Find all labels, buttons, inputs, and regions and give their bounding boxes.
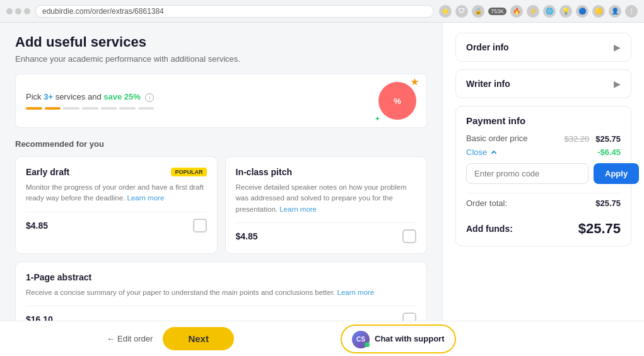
next-button[interactable]: Next (163, 327, 234, 350)
progress-segment-3 (63, 107, 79, 110)
right-panel: Order info ▶ Writer info ▶ Payment info … (442, 23, 644, 321)
edit-order-label: Edit order (117, 334, 153, 343)
card-title-early-draft: Early draft (26, 167, 69, 177)
pick-middle: services and (56, 92, 102, 101)
progress-segment-2 (45, 107, 61, 110)
order-info-arrow: ▶ (614, 42, 621, 52)
discount-badge: % (378, 82, 416, 120)
cards-grid: Early draft Popular Monitor the progress… (15, 156, 427, 254)
browser-icon-2: 🛡 (455, 5, 468, 18)
order-total-value: $25.75 (595, 198, 621, 208)
browser-menu: ⋮ (625, 5, 638, 18)
card-title-abstract: 1-Page abstract (26, 272, 91, 282)
card-price-in-class-pitch: $4.85 (236, 231, 258, 241)
divider (466, 193, 621, 193)
card-header-early-draft: Early draft Popular (26, 167, 207, 177)
page-title: Add useful services (15, 34, 427, 50)
section-title: Recommended for you (15, 139, 427, 149)
payment-info-title: Payment info (466, 115, 621, 126)
basic-order-prices: $32.20 $25.75 (565, 134, 621, 144)
progress-segment-5 (101, 107, 117, 110)
close-row: Close -$6.45 (466, 147, 621, 157)
discount-badge-text: % (394, 96, 401, 106)
order-total-row: Order total: $25.75 (466, 198, 621, 208)
chat-support-button[interactable]: CS Chat with support (341, 324, 456, 353)
pick-save: save 25% (103, 92, 141, 101)
order-info-section[interactable]: Order info ▶ (455, 33, 631, 62)
browser-icon-1: ⭐ (439, 5, 452, 18)
learn-more-early-draft[interactable]: Learn more (127, 194, 164, 202)
left-panel: Add useful services Enhance your academi… (0, 23, 442, 321)
card-title-in-class-pitch: In-class pitch (236, 167, 292, 177)
badge-753k: 753K (488, 8, 506, 15)
payment-section: Payment info Basic order price $32.20 $2… (455, 106, 631, 246)
progress-segment-6 (119, 107, 136, 110)
card-price-abstract: $16.10 (26, 314, 53, 321)
url-bar[interactable]: edubirdie.com/order/extras/6861384 (35, 5, 434, 18)
writer-info-section[interactable]: Writer info ▶ (455, 69, 631, 98)
card-checkbox-abstract[interactable] (402, 313, 416, 321)
browser-toolbar-icons: ⭐ 🛡 🔒 753K 🔥 ⚡ 🌐 💡 🔵 🟡 👤 ⋮ (439, 5, 638, 18)
card-header-abstract: 1-Page abstract (26, 272, 416, 282)
card-header-in-class-pitch: In-class pitch (236, 167, 417, 177)
card-footer-early-draft: $4.85 (26, 212, 207, 233)
apply-button[interactable]: Apply (594, 163, 639, 184)
order-info-label: Order info (466, 42, 509, 52)
card-desc-text: Monitor the progress of your order and h… (26, 183, 204, 202)
service-card-in-class-pitch: In-class pitch Receive detailed speaker … (225, 156, 428, 254)
learn-more-in-class-pitch[interactable]: Learn more (279, 205, 317, 213)
close-discount: -$6.45 (597, 147, 621, 157)
basic-order-original: $32.20 (565, 134, 590, 144)
browser-icon-8: 🔵 (576, 5, 588, 18)
browser-icon-5: ⚡ (527, 5, 539, 18)
url-text: edubirdie.com/order/extras/6861384 (42, 7, 164, 16)
progress-segment-4 (82, 107, 98, 110)
left-arrow-icon: ← (107, 334, 115, 343)
progress-segment-1 (26, 107, 42, 110)
bottom-bar: ← Edit order Next CS Chat with support (0, 321, 644, 356)
pick-services-bar: Pick 3+ services and save 25% i % (15, 74, 427, 128)
browser-bar: edubirdie.com/order/extras/6861384 ⭐ 🛡 🔒… (0, 0, 644, 23)
learn-more-abstract[interactable]: Learn more (337, 289, 375, 296)
pick-services-text: Pick 3+ services and save 25% i (26, 92, 154, 102)
promo-code-input[interactable] (466, 163, 588, 184)
edit-order-link[interactable]: ← Edit order (107, 334, 153, 343)
card-description-in-class-pitch: Receive detailed speaker notes on how yo… (236, 182, 417, 215)
close-label[interactable]: Close (466, 147, 487, 157)
card-checkbox-in-class-pitch[interactable] (402, 229, 416, 243)
browser-icon-7: 💡 (559, 5, 572, 18)
order-total-label: Order total: (466, 198, 507, 208)
page-subtitle: Enhance your academic performance with a… (15, 54, 427, 64)
card-footer-abstract: $16.10 (26, 306, 416, 321)
card-price-early-draft: $4.85 (26, 221, 48, 231)
card-desc-text-2: Receive detailed speaker notes on how yo… (236, 183, 407, 213)
add-funds-value: $25.75 (578, 221, 621, 237)
progress-bar (26, 107, 154, 110)
progress-segment-7 (138, 107, 155, 110)
pick-label: Pick (26, 92, 42, 101)
add-funds-row: Add funds: $25.75 (466, 214, 621, 237)
add-funds-label: Add funds: (466, 224, 513, 234)
browser-profile: 👤 (609, 5, 621, 18)
basic-order-label: Basic order price (466, 134, 528, 144)
browser-icon-3: 🔒 (472, 5, 484, 18)
chevron-up-icon (491, 150, 496, 155)
service-card-abstract: 1-Page abstract Receive a concise summar… (15, 261, 427, 321)
browser-icon-9: 🟡 (592, 5, 605, 18)
browser-window-controls (6, 8, 30, 14)
info-icon[interactable]: i (145, 93, 154, 102)
popular-badge: Popular (171, 168, 206, 176)
basic-order-price-row: Basic order price $32.20 $25.75 (466, 134, 621, 144)
browser-icon-4: 🔥 (510, 5, 523, 18)
chat-support-label: Chat with support (375, 334, 445, 343)
card-checkbox-early-draft[interactable] (193, 219, 207, 233)
card-desc-text-3: Receive a concise summary of your paper … (26, 289, 335, 296)
writer-info-label: Writer info (466, 79, 510, 89)
promo-row: Apply (466, 163, 621, 184)
pick-count: 3+ (44, 92, 53, 101)
bottom-bar-left: ← Edit order Next (0, 321, 341, 356)
browser-icon-6: 🌐 (543, 5, 556, 18)
basic-order-current: $25.75 (595, 134, 621, 144)
writer-info-arrow: ▶ (614, 79, 621, 89)
service-card-early-draft: Early draft Popular Monitor the progress… (15, 156, 218, 254)
